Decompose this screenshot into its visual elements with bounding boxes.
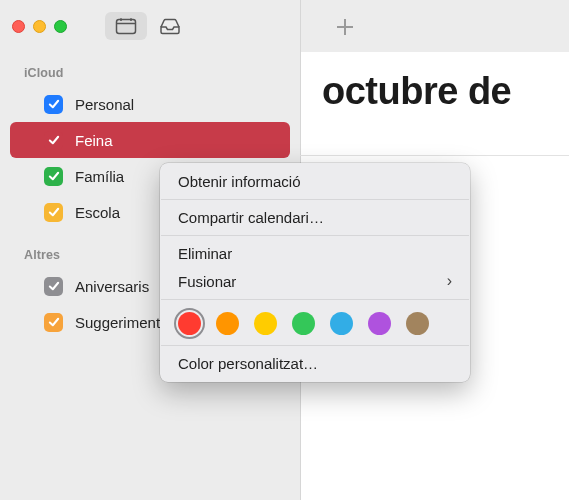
add-event-button[interactable] <box>330 12 360 42</box>
calendar-icon <box>115 17 137 35</box>
menu-separator <box>161 299 469 300</box>
color-swatch[interactable] <box>178 312 201 335</box>
svg-rect-0 <box>117 20 136 34</box>
menu-merge[interactable]: Fusionar › <box>160 267 470 295</box>
menu-custom-color[interactable]: Color personalitzat… <box>160 350 470 377</box>
sidebar-calendar-item[interactable]: Personal <box>10 86 290 122</box>
zoom-window-button[interactable] <box>54 20 67 33</box>
color-swatch[interactable] <box>292 312 315 335</box>
color-swatch[interactable] <box>330 312 353 335</box>
toolbar-group <box>105 12 191 40</box>
titlebar <box>0 0 569 52</box>
minimize-window-button[interactable] <box>33 20 46 33</box>
calendar-checkbox[interactable] <box>44 167 63 186</box>
calendar-label: Aniversaris <box>75 278 149 295</box>
tray-icon <box>159 17 181 35</box>
inbox-button[interactable] <box>149 12 191 40</box>
color-swatch[interactable] <box>216 312 239 335</box>
menu-separator <box>161 235 469 236</box>
calendar-label: Família <box>75 168 124 185</box>
calendar-label: Escola <box>75 204 120 221</box>
calendar-context-menu: Obtenir informació Compartir calendari… … <box>160 163 470 382</box>
calendar-label: Feina <box>75 132 113 149</box>
calendar-checkbox[interactable] <box>44 203 63 222</box>
calendar-checkbox[interactable] <box>44 277 63 296</box>
weekday-bar <box>300 134 569 156</box>
menu-separator <box>161 199 469 200</box>
plus-icon <box>335 17 355 37</box>
menu-get-info[interactable]: Obtenir informació <box>160 168 470 195</box>
color-swatch-row <box>160 304 470 341</box>
calendar-checkbox[interactable] <box>44 313 63 332</box>
sidebar-calendar-item[interactable]: Feina <box>10 122 290 158</box>
menu-separator <box>161 345 469 346</box>
calendar-checkbox[interactable] <box>44 131 63 150</box>
color-swatch[interactable] <box>254 312 277 335</box>
calendars-toggle-button[interactable] <box>105 12 147 40</box>
menu-share-calendar[interactable]: Compartir calendari… <box>160 204 470 231</box>
chevron-right-icon: › <box>447 272 452 290</box>
menu-delete[interactable]: Eliminar <box>160 240 470 267</box>
color-swatch[interactable] <box>406 312 429 335</box>
calendar-label: Personal <box>75 96 134 113</box>
close-window-button[interactable] <box>12 20 25 33</box>
month-title: octubre de <box>322 70 511 113</box>
color-swatch[interactable] <box>368 312 391 335</box>
calendar-window: octubre de iCloudPersonalFeinaFamíliaEsc… <box>0 0 569 500</box>
sidebar-section-label: iCloud <box>0 62 300 86</box>
calendar-checkbox[interactable] <box>44 95 63 114</box>
window-controls <box>12 20 67 33</box>
